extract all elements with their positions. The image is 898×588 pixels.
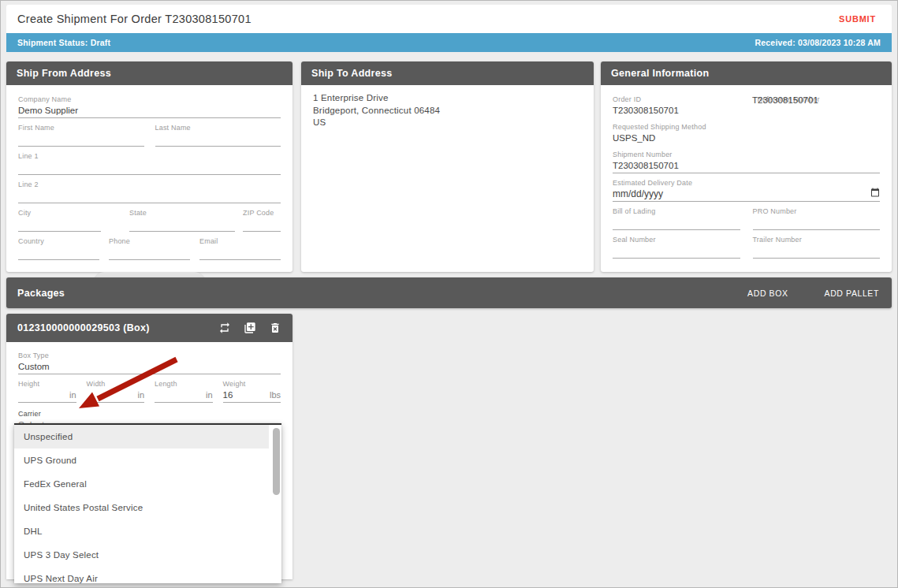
state-field[interactable]: State (129, 209, 235, 232)
add-box-button[interactable]: ADD BOX (746, 285, 789, 301)
carrier-dropdown-menu: Unspecified UPS Ground FedEx General Uni… (14, 423, 281, 583)
first-name-field[interactable]: First Name (18, 124, 144, 147)
carrier-option[interactable]: Unspecified (14, 425, 269, 448)
bill-of-lading-value[interactable] (613, 216, 740, 230)
carrier-option[interactable]: UPS Ground (14, 448, 269, 472)
width-label: Width (87, 380, 145, 389)
weight-value[interactable]: 16 (223, 389, 233, 401)
country-value[interactable] (18, 246, 99, 260)
zip-label: ZIP Code (243, 209, 281, 218)
shipment-number-field: Shipment Number T230308150701 (613, 151, 880, 173)
ship-to-header: Ship To Address (301, 61, 594, 85)
width-field[interactable]: Width in (87, 380, 145, 403)
pro-number-label: PRO Number (753, 207, 881, 216)
estimated-delivery-date-field[interactable]: Estimated Delivery Date mm/dd/yyyy (613, 179, 880, 202)
trailer-number-field[interactable]: Trailer Number (753, 236, 881, 259)
shipment-status-text: Shipment Status: Draft (17, 38, 110, 47)
line1-label: Line 1 (18, 152, 281, 161)
ship-to-address-line: Bridgeport, Connecticut 06484 (313, 105, 582, 117)
country-label: Country (18, 237, 99, 246)
bill-of-lading-label: Bill of Lading (613, 207, 740, 216)
trailer-number-value[interactable] (753, 244, 881, 259)
company-name-field[interactable]: Company Name Demo Supplier (18, 95, 281, 118)
company-name-label: Company Name (18, 95, 281, 104)
ship-to-panel: Ship To Address 1 Enterprise Drive Bridg… (301, 61, 594, 272)
first-name-value[interactable] (18, 132, 144, 147)
state-value[interactable] (129, 218, 235, 232)
status-bar: Shipment Status: Draft Received: 03/08/2… (6, 33, 892, 52)
packages-section-bar: Packages ADD BOX ADD PALLET (6, 277, 892, 308)
ship-from-panel: Ship From Address Company Name Demo Supp… (6, 61, 293, 272)
packages-title: Packages (17, 288, 65, 299)
requested-shipping-method-field: Requested Shipping Method USPS_ND (613, 123, 880, 145)
carrier-option[interactable]: United States Postal Service (14, 496, 269, 519)
duplicate-plus-icon[interactable] (244, 322, 256, 334)
last-name-label: Last Name (155, 124, 281, 132)
city-field[interactable]: City (18, 209, 101, 232)
order-id-value: T230308150701 (613, 104, 752, 117)
length-field[interactable]: Length in (155, 380, 213, 403)
length-unit: in (206, 389, 213, 401)
reference-number-field: Reference Number T230308150701 (752, 95, 880, 117)
calendar-icon[interactable] (870, 188, 880, 200)
email-field[interactable]: Email (199, 237, 281, 260)
height-field[interactable]: Height in (18, 380, 76, 403)
carrier-option[interactable]: UPS 3 Day Select (14, 543, 269, 567)
email-value[interactable] (199, 246, 281, 260)
city-label: City (18, 209, 101, 218)
zip-field[interactable]: ZIP Code (243, 209, 281, 232)
ship-from-body: Company Name Demo Supplier First Name La… (6, 85, 293, 301)
carrier-option[interactable]: FedEx General (14, 472, 269, 496)
page-title: Create Shipment For Order T230308150701 (17, 13, 252, 25)
last-name-field[interactable]: Last Name (155, 124, 281, 147)
swap-arrows-icon[interactable] (218, 322, 231, 334)
width-unit: in (137, 389, 144, 401)
shipment-number-label: Shipment Number (613, 151, 880, 159)
trailer-number-label: Trailer Number (753, 236, 881, 244)
received-timestamp: Received: 03/08/2023 10:28 AM (755, 38, 881, 47)
package-card-header: 012310000000029503 (Box) (6, 314, 293, 342)
submit-button[interactable]: SUBMIT (834, 11, 881, 27)
line1-value[interactable] (18, 161, 281, 175)
company-name-value[interactable]: Demo Supplier (18, 104, 281, 118)
ship-to-address-line: 1 Enterprise Drive (313, 92, 582, 105)
box-type-field[interactable]: Box Type Custom (18, 352, 281, 374)
line2-field[interactable]: Line 2 (18, 180, 281, 203)
last-name-value[interactable] (155, 132, 281, 147)
carrier-option[interactable]: DHL (14, 519, 269, 543)
carrier-option[interactable]: UPS Next Day Air (14, 567, 269, 583)
phone-value[interactable] (109, 246, 190, 260)
requested-shipping-method-label: Requested Shipping Method (613, 123, 880, 132)
estimated-delivery-date-label: Estimated Delivery Date (613, 179, 880, 188)
order-id-label: Order ID (613, 95, 752, 104)
seal-number-value[interactable] (613, 244, 740, 259)
line2-value[interactable] (18, 189, 281, 203)
weight-field[interactable]: Weight 16 lbs (223, 380, 281, 403)
general-info-panel: General Information Order ID T2303081507… (601, 61, 892, 272)
add-pallet-button[interactable]: ADD PALLET (823, 285, 881, 301)
line2-label: Line 2 (18, 180, 281, 189)
phone-field[interactable]: Phone (109, 237, 190, 260)
height-label: Height (18, 380, 76, 389)
zip-value[interactable] (243, 218, 281, 232)
bill-of-lading-field[interactable]: Bill of Lading (613, 207, 740, 230)
pro-number-field[interactable]: PRO Number (753, 207, 881, 230)
cards-row: Ship From Address Company Name Demo Supp… (6, 61, 892, 272)
dropdown-scrollbar-thumb[interactable] (273, 428, 280, 495)
country-field[interactable]: Country (18, 237, 99, 260)
first-name-label: First Name (18, 124, 144, 132)
package-card-title: 012310000000029503 (Box) (17, 322, 150, 333)
length-label: Length (155, 380, 213, 389)
seal-number-label: Seal Number (613, 236, 740, 244)
pro-number-value[interactable] (753, 216, 881, 230)
line1-field[interactable]: Line 1 (18, 152, 281, 175)
city-value[interactable] (18, 218, 101, 232)
ship-to-address-line: US (313, 117, 582, 129)
seal-number-field[interactable]: Seal Number (613, 236, 740, 259)
estimated-delivery-date-value[interactable]: mm/dd/yyyy (613, 188, 663, 200)
weight-unit: lbs (270, 389, 281, 401)
box-type-value[interactable]: Custom (18, 360, 281, 374)
email-label: Email (199, 237, 281, 246)
general-info-body: Order ID T230308150701 Reference Number … (601, 85, 892, 272)
trash-delete-icon[interactable] (269, 322, 281, 334)
